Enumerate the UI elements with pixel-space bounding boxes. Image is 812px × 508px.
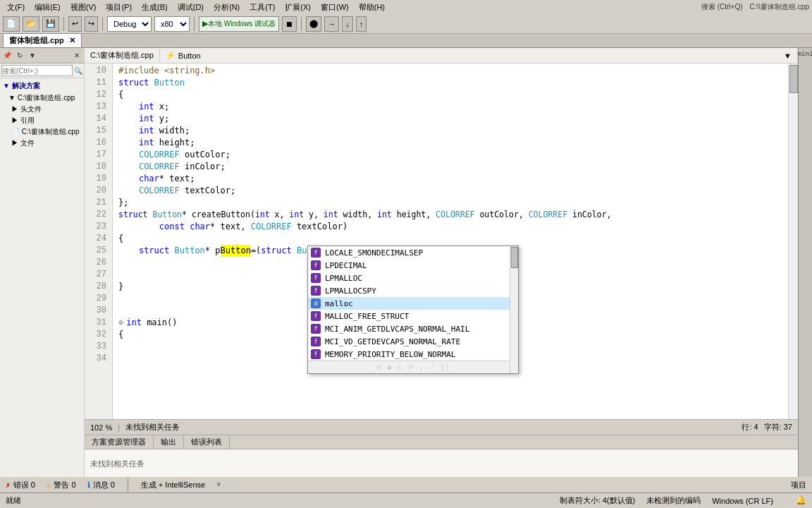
warning-count[interactable]: ⚠ 警告 0 <box>47 480 76 490</box>
ac-footer-icon-1[interactable]: ⊞ <box>376 361 381 373</box>
tab-error-list[interactable]: 错误列表 <box>184 435 230 449</box>
step-out-btn[interactable]: ↑ <box>356 16 367 32</box>
sidebar-headers-item[interactable]: ▶ 头文件 <box>0 104 84 115</box>
menu-project[interactable]: 项目(P) <box>102 1 136 14</box>
output-tab-label[interactable]: 未找到相关任务 <box>125 422 180 433</box>
autocomplete-popup[interactable]: f LOCALE_SMONDECIMALSEP f LPDECIMAL f LP… <box>307 246 519 374</box>
ac-icon-0: f <box>311 248 321 258</box>
sep4 <box>301 17 302 31</box>
tab-solution-explorer[interactable]: 方案资源管理器 <box>85 435 154 449</box>
breakpoint-btn[interactable]: ⬤ <box>306 16 321 32</box>
symbol-nav[interactable]: ⚡ Button ▼ <box>160 49 798 61</box>
output-content: 未找到相关任务 <box>85 449 798 477</box>
ac-footer-icon-2[interactable]: ● <box>387 361 392 373</box>
menu-extend[interactable]: 扩展(X) <box>281 1 315 14</box>
ac-text-8: MEMORY_PRIORITY_BELOW_NORMAL <box>325 349 455 361</box>
menu-edit[interactable]: 编辑(E) <box>30 1 65 14</box>
build-intellisense-label[interactable]: 生成 + IntelliSense <box>141 480 205 490</box>
autocomplete-item-6[interactable]: f MCI_ANIM_GETDLVCAPS_NORMAL_HAIL <box>308 322 518 335</box>
ac-footer-icon-4[interactable]: ⟳ <box>407 361 414 373</box>
menu-file[interactable]: 文(F) <box>3 1 29 14</box>
autocomplete-item-4[interactable]: d malloc <box>308 297 518 310</box>
mini-collapse-btn[interactable]: mini <box>798 51 812 58</box>
ac-footer-icon-5[interactable]: ↙ <box>419 361 424 373</box>
code-line-15: int width; <box>118 125 782 137</box>
autocomplete-item-3[interactable]: f LPMALLOCSPY <box>308 284 518 297</box>
search-input[interactable] <box>1 65 73 76</box>
menu-view[interactable]: 视图(V) <box>66 1 101 14</box>
new-project-btn[interactable]: 📄 <box>3 16 20 32</box>
zoom-level[interactable]: 102 % <box>90 423 112 432</box>
menu-debug[interactable]: 调试(D) <box>173 1 208 14</box>
menu-window[interactable]: 窗口(W) <box>316 1 353 14</box>
autocomplete-item-1[interactable]: f LPDECIMAL <box>308 259 518 272</box>
code-line-12: { <box>118 89 782 101</box>
menu-analyze[interactable]: 分析(N) <box>209 1 244 14</box>
undo-btn[interactable]: ↩ <box>68 16 82 32</box>
run-btn[interactable]: ▶ 本地 Windows 调试器 <box>199 16 279 32</box>
sidebar-close-btn[interactable]: ✕ <box>71 50 82 61</box>
sidebar-pin-btn[interactable]: 📌 <box>1 50 13 61</box>
error-count[interactable]: ✗ 错误 0 <box>6 480 35 490</box>
autocomplete-item-7[interactable]: f MCI_VD_GETDEVCAPS_NORMAL_RATE <box>308 335 518 348</box>
redo-btn[interactable]: ↪ <box>85 16 98 32</box>
ac-footer-icon-7[interactable]: {} <box>440 361 449 373</box>
open-btn[interactable]: 📂 <box>23 16 39 32</box>
sidebar-refs-item[interactable]: ▶ 引用 <box>0 115 84 126</box>
ac-icon-1: f <box>311 260 321 270</box>
editor-wrapper: C:\窗体制造组.cpp ⚡ Button ▼ 10 11 12 13 14 1… <box>85 48 798 477</box>
status-label: 就绪 <box>6 495 21 506</box>
ac-icon-7: f <box>311 337 321 346</box>
save-btn[interactable]: 💾 <box>42 16 59 32</box>
sidebar-files-item[interactable]: ▶ 文件 <box>0 138 84 149</box>
scrollbar-thumb[interactable] <box>789 65 798 93</box>
sidebar-toolbar: 📌 ↻ ▼ ✕ <box>0 48 84 64</box>
code-area[interactable]: 10 11 12 13 14 15 16 17 18 19 20 21 22 2… <box>85 64 798 419</box>
menu-tools[interactable]: 工具(T) <box>245 1 279 14</box>
code-line-20: COLORREF textColor; <box>118 185 782 197</box>
ac-text-1: LPDECIMAL <box>325 260 367 272</box>
sep2 <box>102 17 103 31</box>
autocomplete-thumb[interactable] <box>511 247 518 268</box>
code-editor[interactable]: #include <string.h> struct Button { int … <box>113 64 788 419</box>
search-bar[interactable]: 搜索 (Ctrl+Q) <box>701 2 743 12</box>
ac-text-3: LPMALLOCSPY <box>325 285 376 297</box>
ac-icon-2: f <box>311 273 321 283</box>
stop-btn[interactable]: ⏹ <box>282 16 297 32</box>
file-path-nav[interactable]: C:\窗体制造组.cpp <box>85 49 160 62</box>
autocomplete-item-5[interactable]: f MALLOC_FREE_STRUCT <box>308 310 518 322</box>
menu-build[interactable]: 生成(B) <box>137 1 172 14</box>
sep3 <box>194 17 195 31</box>
sidebar-collapse-btn[interactable]: ▼ <box>27 50 38 61</box>
step-into-btn[interactable]: ↓ <box>342 16 353 32</box>
bell-icon[interactable]: 🔔 <box>796 496 806 506</box>
account-info: C:\\窗体制造组.cpp <box>750 2 809 12</box>
sidebar-refresh-btn[interactable]: ↻ <box>14 50 25 61</box>
ac-footer-icon-3[interactable]: ↻ <box>398 361 402 373</box>
project-label: 项目 <box>791 480 806 490</box>
message-count[interactable]: ℹ 消息 0 <box>87 480 115 490</box>
tab-main-file[interactable]: 窗体制造组.cpp ✕ <box>3 33 82 47</box>
platform-dropdown[interactable]: x80 <box>154 16 190 32</box>
tab-close-btn[interactable]: ✕ <box>69 36 75 44</box>
ac-text-7: MCI_VD_GETDEVCAPS_NORMAL_RATE <box>325 336 460 348</box>
line-ending-info: Windows (CR LF) <box>712 497 773 505</box>
autocomplete-item-0[interactable]: f LOCALE_SMONDECIMALSEP <box>308 246 518 259</box>
autocomplete-item-2[interactable]: f LPMALLOC <box>308 272 518 284</box>
menu-bar: 文(F) 编辑(E) 视图(V) 项目(P) 生成(B) 调试(D) 分析(N)… <box>0 0 812 14</box>
step-over-btn[interactable]: → <box>324 16 339 32</box>
autocomplete-footer: ⊞ ● ↻ ⟳ ↙ ✓ {} <box>308 361 518 373</box>
build-config-dropdown[interactable]: Debug <box>107 16 152 32</box>
autocomplete-scrollbar[interactable] <box>510 246 518 373</box>
info-sep <box>128 478 128 492</box>
search-icon[interactable]: 🔍 <box>74 67 82 75</box>
editor-nav: C:\窗体制造组.cpp ⚡ Button ▼ <box>85 48 798 64</box>
menu-help[interactable]: 帮助(H) <box>355 1 389 14</box>
editor-scrollbar[interactable] <box>788 64 798 419</box>
sidebar-source-item[interactable]: 📄 C:\窗体制造组.cpp <box>0 126 84 138</box>
autocomplete-item-8[interactable]: f MEMORY_PRIORITY_BELOW_NORMAL <box>308 348 518 361</box>
ac-footer-icon-6[interactable]: ✓ <box>430 361 435 373</box>
tab-output[interactable]: 输出 <box>154 435 184 449</box>
sidebar-project-item[interactable]: ▼ C:\窗体制造组.cpp <box>0 92 84 104</box>
code-line-10: #include <string.h> <box>118 65 782 77</box>
